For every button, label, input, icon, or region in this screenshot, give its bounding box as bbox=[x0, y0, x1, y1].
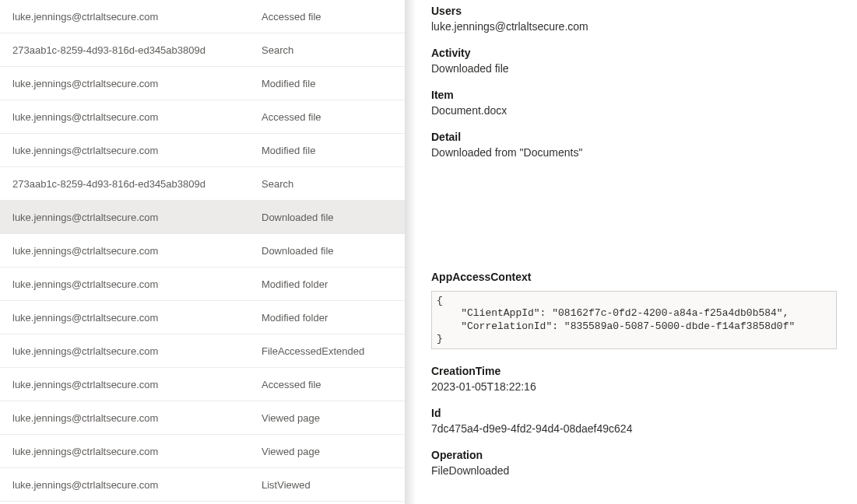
row-activity: Modified file bbox=[262, 145, 405, 156]
row-user: 273aab1c-8259-4d93-816d-ed345ab3809d bbox=[12, 178, 262, 190]
detail-detail-label: Detail bbox=[431, 131, 837, 143]
row-activity: Search bbox=[262, 178, 405, 190]
row-user: 273aab1c-8259-4d93-816d-ed345ab3809d bbox=[12, 44, 262, 56]
table-row[interactable]: luke.jennings@ctrlaltsecure.comAccessed … bbox=[0, 100, 405, 134]
row-user: luke.jennings@ctrlaltsecure.com bbox=[12, 11, 262, 23]
detail-item-value: Document.docx bbox=[431, 104, 837, 117]
detail-activity-label: Activity bbox=[431, 47, 837, 59]
row-user: luke.jennings@ctrlaltsecure.com bbox=[12, 78, 262, 89]
row-activity: Modified folder bbox=[262, 312, 405, 324]
table-row[interactable]: luke.jennings@ctrlaltsecure.comViewed pa… bbox=[0, 401, 405, 435]
table-row[interactable]: luke.jennings@ctrlaltsecure.comAccessed … bbox=[0, 368, 405, 401]
row-activity: Modified folder bbox=[262, 278, 405, 290]
detail-id-value: 7dc475a4-d9e9-4fd2-94d4-08daef49c624 bbox=[431, 422, 837, 435]
table-row[interactable]: luke.jennings@ctrlaltsecure.comModified … bbox=[0, 134, 405, 167]
row-user: luke.jennings@ctrlaltsecure.com bbox=[12, 312, 262, 324]
table-row[interactable]: luke.jennings@ctrlaltsecure.comModified … bbox=[0, 301, 405, 334]
detail-operation-label: Operation bbox=[431, 449, 837, 461]
detail-creationtime-value: 2023-01-05T18:22:16 bbox=[431, 380, 837, 393]
row-user: luke.jennings@ctrlaltsecure.com bbox=[12, 145, 262, 156]
detail-detail-value: Downloaded from "Documents" bbox=[431, 146, 837, 159]
detail-item-label: Item bbox=[431, 89, 837, 101]
row-activity: Accessed file bbox=[262, 11, 405, 23]
row-user: luke.jennings@ctrlaltsecure.com bbox=[12, 212, 262, 223]
row-activity: Downloaded file bbox=[262, 245, 405, 257]
audit-log-table: luke.jennings@ctrlaltsecure.comAccessed … bbox=[0, 0, 405, 504]
row-activity: Accessed file bbox=[262, 111, 405, 123]
table-row[interactable]: luke.jennings@ctrlaltsecure.comListViewe… bbox=[0, 468, 405, 502]
detail-creationtime-label: CreationTime bbox=[431, 365, 837, 377]
table-row[interactable]: luke.jennings@ctrlaltsecure.comDownloade… bbox=[0, 201, 405, 234]
table-row[interactable]: luke.jennings@ctrlaltsecure.comModified … bbox=[0, 67, 405, 100]
row-activity: Search bbox=[262, 44, 405, 56]
row-activity: Downloaded file bbox=[262, 212, 405, 223]
row-user: luke.jennings@ctrlaltsecure.com bbox=[12, 245, 262, 257]
detail-panel: Users luke.jennings@ctrlaltsecure.com Ac… bbox=[405, 0, 857, 504]
detail-id-label: Id bbox=[431, 407, 837, 419]
row-activity: FileAccessedExtended bbox=[262, 345, 405, 357]
detail-users-label: Users bbox=[431, 5, 837, 17]
table-row[interactable]: luke.jennings@ctrlaltsecure.comViewed pa… bbox=[0, 435, 405, 468]
row-activity: Viewed page bbox=[262, 412, 405, 424]
row-user: luke.jennings@ctrlaltsecure.com bbox=[12, 479, 262, 491]
detail-appaccess-code: { "ClientAppId": "08162f7c-0fd2-4200-a84… bbox=[431, 291, 837, 349]
detail-users-value: luke.jennings@ctrlaltsecure.com bbox=[431, 20, 837, 33]
row-user: luke.jennings@ctrlaltsecure.com bbox=[12, 111, 262, 123]
table-row[interactable]: luke.jennings@ctrlaltsecure.comAccessed … bbox=[0, 0, 405, 33]
table-row[interactable]: 273aab1c-8259-4d93-816d-ed345ab3809dSear… bbox=[0, 167, 405, 201]
row-user: luke.jennings@ctrlaltsecure.com bbox=[12, 446, 262, 457]
row-activity: Viewed page bbox=[262, 446, 405, 457]
row-user: luke.jennings@ctrlaltsecure.com bbox=[12, 278, 262, 290]
table-row[interactable]: luke.jennings@ctrlaltsecure.comFileAcces… bbox=[0, 334, 405, 368]
row-user: luke.jennings@ctrlaltsecure.com bbox=[12, 412, 262, 424]
table-row[interactable]: 273aab1c-8259-4d93-816d-ed345ab3809dSear… bbox=[0, 33, 405, 67]
row-activity: ListViewed bbox=[262, 479, 405, 491]
row-user: luke.jennings@ctrlaltsecure.com bbox=[12, 379, 262, 390]
detail-appaccess-label: AppAccessContext bbox=[431, 271, 837, 283]
table-row[interactable]: luke.jennings@ctrlaltsecure.comDownloade… bbox=[0, 234, 405, 268]
row-user: luke.jennings@ctrlaltsecure.com bbox=[12, 345, 262, 357]
detail-activity-value: Downloaded file bbox=[431, 62, 837, 75]
detail-operation-value: FileDownloaded bbox=[431, 464, 837, 477]
row-activity: Accessed file bbox=[262, 379, 405, 390]
row-activity: Modified file bbox=[262, 78, 405, 89]
table-row[interactable]: luke.jennings@ctrlaltsecure.comModified … bbox=[0, 268, 405, 301]
